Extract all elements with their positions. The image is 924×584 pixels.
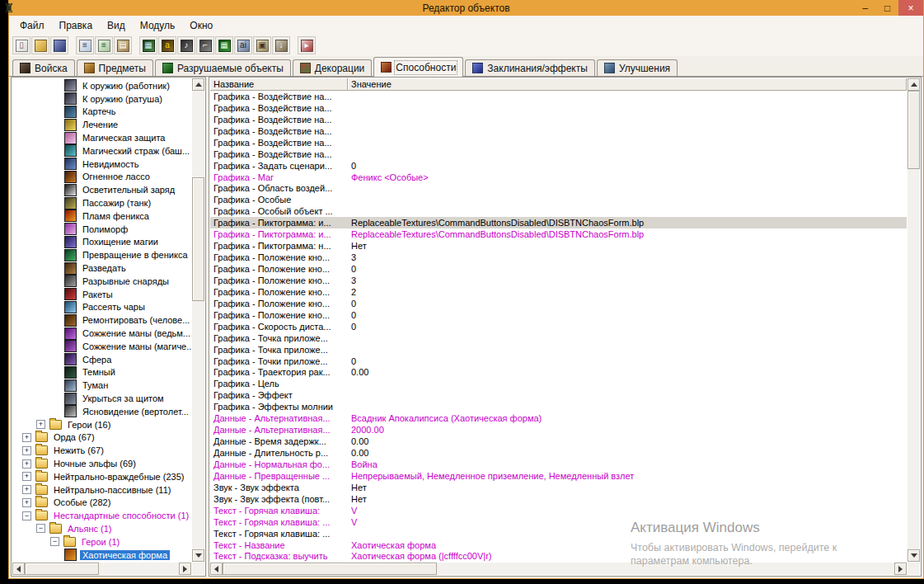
table-horizontal-scrollbar[interactable]: [210, 563, 907, 575]
tree-item[interactable]: +Орда (67): [12, 431, 191, 445]
menu-item-window[interactable]: Окно: [182, 17, 220, 34]
tab-items[interactable]: Предметы: [77, 59, 153, 76]
table-row[interactable]: Звук - Звук эффекта (повт...Нет: [210, 493, 907, 505]
tree-item[interactable]: +Особые (282): [12, 497, 191, 510]
tree-vertical-scrollbar[interactable]: [192, 78, 204, 562]
table-row[interactable]: Данные - Время задержк...0.00: [210, 436, 907, 447]
table-row[interactable]: Графика - Воздействие на...: [210, 137, 907, 148]
table-row[interactable]: Графика - Задать сценари...0: [210, 160, 907, 172]
tree-item[interactable]: Укрыться за щитом: [12, 392, 191, 405]
collapse-icon[interactable]: −: [36, 524, 45, 533]
scroll-thumb[interactable]: [223, 563, 437, 575]
scroll-down-button[interactable]: [908, 549, 920, 562]
expand-icon[interactable]: +: [22, 459, 31, 469]
scroll-down-button[interactable]: [192, 549, 204, 562]
tree-item[interactable]: +Герои (16): [12, 418, 191, 431]
tree-item[interactable]: Невидимость: [12, 158, 191, 171]
tree-item[interactable]: +Нейтрально-пассивные (11): [12, 483, 191, 497]
table-row[interactable]: Графика - Особый объект ...: [210, 205, 907, 217]
table-row[interactable]: Графика - Траектория рак...0.00: [210, 367, 907, 379]
sound-editor-button[interactable]: ♪: [177, 36, 195, 54]
expand-icon[interactable]: +: [22, 498, 31, 507]
tree-item[interactable]: Магический страж (баш...: [12, 144, 191, 158]
tree-item[interactable]: Разрывные снаряды: [12, 275, 191, 288]
tree-item[interactable]: Темный: [12, 366, 191, 379]
expand-icon[interactable]: +: [22, 485, 31, 494]
scroll-right-button[interactable]: [894, 563, 907, 575]
collapse-icon[interactable]: −: [22, 511, 31, 520]
tree-item[interactable]: Картечь: [12, 106, 191, 119]
table-row[interactable]: Графика - Положение кно...0: [210, 263, 907, 275]
scroll-thumb[interactable]: [192, 177, 204, 301]
column-header-value[interactable]: Значение: [348, 78, 907, 91]
tree-item[interactable]: Сфера: [12, 353, 191, 366]
expand-icon[interactable]: +: [22, 433, 31, 442]
import-manager-button[interactable]: ↓: [272, 36, 290, 54]
ai-editor-button[interactable]: ai: [234, 36, 252, 54]
collapse-icon[interactable]: −: [50, 537, 59, 546]
tree-item[interactable]: Огненное лассо: [12, 171, 191, 184]
menu-item-edit[interactable]: Правка: [52, 17, 101, 34]
tree-item[interactable]: −Альянс (1): [12, 522, 191, 535]
new-map-button[interactable]: ▯: [12, 36, 30, 54]
tree-horizontal-scrollbar[interactable]: [12, 563, 191, 575]
tab-destructibles[interactable]: Разрушаемые объекты: [155, 59, 291, 76]
tab-spells-effects[interactable]: Заклинания/эффекты: [465, 59, 595, 76]
table-row[interactable]: Графика - Область воздей...: [210, 183, 907, 195]
table-row[interactable]: Графика - Эффекты молнии: [210, 401, 907, 412]
tree-item[interactable]: Похищение магии: [12, 236, 191, 249]
tree-item[interactable]: +Нейтрально-враждебные (235): [12, 470, 191, 483]
table-row[interactable]: Данные - Нормальная фо...Война: [210, 459, 907, 470]
table-row[interactable]: Графика - Особые: [210, 194, 907, 205]
tree-item[interactable]: −Нестандартные способности (1): [12, 509, 191, 522]
scroll-left-button[interactable]: [12, 563, 25, 575]
table-row[interactable]: Графика - Точка приложе...: [210, 332, 907, 344]
test-map-button[interactable]: ▸: [298, 36, 316, 54]
table-row[interactable]: Графика - Положение кно...0: [210, 298, 907, 309]
table-row[interactable]: Данные - Длительность р...0.00: [210, 447, 907, 459]
table-row[interactable]: Текст - Горячая клавиша: ...V: [210, 516, 907, 528]
table-row[interactable]: Графика - Эффект: [210, 389, 907, 401]
table-row[interactable]: Графика - Пиктограмма: и...ReplaceableTe…: [210, 228, 907, 240]
menu-item-view[interactable]: Вид: [100, 17, 133, 34]
table-row[interactable]: Данные - Превращенные ...Непрерываемый, …: [210, 470, 907, 482]
tree-item[interactable]: Ясновидение (вертолет...: [12, 405, 191, 418]
tree-item[interactable]: −Герои (1): [12, 535, 191, 549]
expand-icon[interactable]: +: [22, 472, 31, 481]
save-map-button[interactable]: [50, 36, 68, 54]
minimize-button[interactable]: –: [854, 0, 876, 16]
tab-doodads[interactable]: Декорации: [293, 59, 373, 76]
close-button[interactable]: ×: [898, 0, 923, 16]
tree-item[interactable]: Сожжение маны (магиче...: [12, 340, 191, 353]
expand-icon[interactable]: +: [22, 446, 31, 455]
tree-item[interactable]: Лечение: [12, 118, 191, 131]
tree-item[interactable]: К оружию (ратуша): [12, 92, 191, 106]
maximize-button[interactable]: □: [876, 0, 898, 16]
trigger-editor-button[interactable]: a: [158, 36, 176, 54]
menu-item-module[interactable]: Модуль: [133, 17, 183, 34]
table-row[interactable]: Графика - Положение кно...0: [210, 309, 907, 321]
tree-item[interactable]: Превращение в феникса: [12, 248, 191, 261]
tab-abilities[interactable]: Способности: [373, 57, 463, 77]
table-row[interactable]: Текст - Горячая клавиша: ...: [210, 528, 907, 539]
tree-item[interactable]: Сожжение маны (ведьм...: [12, 327, 191, 340]
table-row[interactable]: Графика - МагФеникс <Особые>: [210, 172, 907, 183]
table-row[interactable]: Данные - Альтернативная...2000.00: [210, 424, 907, 436]
tree-item[interactable]: Разведать: [12, 261, 191, 275]
table-row[interactable]: Графика - Положение кно...3: [210, 275, 907, 286]
table-row[interactable]: Текст - Подсказка: выучитьХаотическая фо…: [210, 551, 907, 563]
table-row[interactable]: Графика - Положение кно...2: [210, 286, 907, 298]
scroll-thumb[interactable]: [908, 91, 920, 169]
tree-item[interactable]: К оружию (работник): [12, 79, 191, 92]
scroll-thumb[interactable]: [25, 563, 99, 575]
table-row[interactable]: Графика - Пиктограмма: и...ReplaceableTe…: [210, 217, 907, 228]
tree-item[interactable]: Магическая защита: [12, 131, 191, 144]
tab-upgrades[interactable]: Улучшения: [597, 59, 678, 76]
campaign-editor-button[interactable]: ▦: [215, 36, 233, 54]
tree-item[interactable]: Полиморф: [12, 223, 191, 236]
tree-item[interactable]: Рассеять чары: [12, 301, 191, 314]
tree-item[interactable]: Ракеты: [12, 288, 191, 301]
object-manager-button[interactable]: ▣: [253, 36, 271, 54]
object-editor-button[interactable]: ⌐: [196, 36, 214, 54]
tree-item[interactable]: Хаотическая форма: [12, 549, 191, 562]
